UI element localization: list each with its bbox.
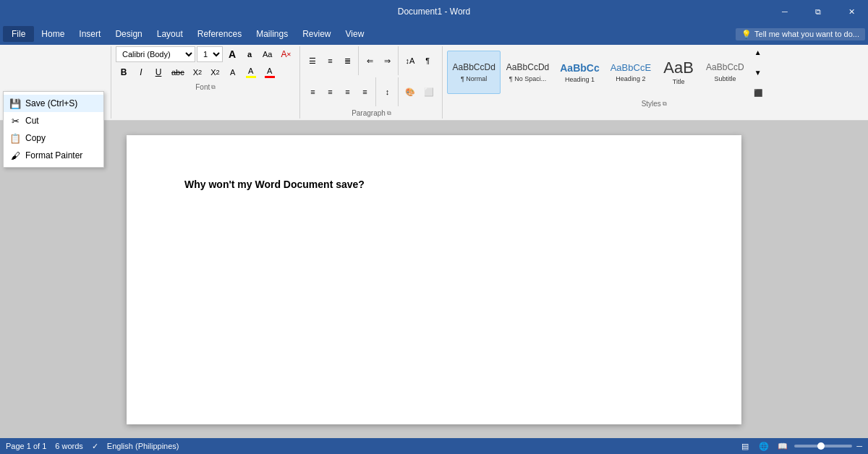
- page-count: 1 of 1: [27, 442, 47, 450]
- divider2: [398, 46, 399, 75]
- font-size-select[interactable]: 11: [197, 46, 223, 62]
- styles-scroll-controls: ▲ ▼ ⬛: [752, 42, 764, 103]
- style-title-preview: AaB: [663, 59, 694, 77]
- menu-view[interactable]: View: [339, 26, 372, 42]
- copy-icon: 📋: [9, 132, 21, 144]
- change-case-button[interactable]: Aa: [259, 46, 276, 62]
- page-label: Page: [6, 442, 25, 450]
- style-heading1[interactable]: AaBbCc Heading 1: [555, 51, 604, 94]
- styles-expander[interactable]: ⧉: [663, 100, 667, 108]
- style-no-spacing[interactable]: AaBbCcDd ¶ No Spaci...: [501, 51, 554, 94]
- document-page[interactable]: Why won't my Word Document save?: [127, 135, 741, 424]
- shading-button[interactable]: 🎨: [401, 84, 419, 100]
- format-painter-item[interactable]: 🖌 Format Painter: [4, 147, 103, 164]
- font-family-select[interactable]: Calibri (Body): [116, 46, 195, 62]
- font-row2: B I U abc X2 X2 A A A: [116, 64, 295, 80]
- numbering-button[interactable]: ≡: [322, 53, 338, 69]
- font-row1: Calibri (Body) 11 A a Aa A✕: [116, 46, 295, 62]
- style-normal[interactable]: AaBbCcDd ¶ Normal: [447, 51, 500, 94]
- minimize-button[interactable]: ─: [768, 0, 801, 23]
- font-shrink-button[interactable]: a: [242, 46, 258, 62]
- search-box[interactable]: 💡 Tell me what you want to do...: [736, 28, 865, 40]
- web-layout-button[interactable]: 🌐: [757, 440, 771, 453]
- underline-button[interactable]: U: [150, 64, 166, 80]
- menu-home[interactable]: Home: [34, 26, 72, 42]
- styles-group: AaBbCcDd ¶ Normal AaBbCcDd ¶ No Spaci...…: [443, 46, 865, 119]
- zoom-minus[interactable]: ─: [856, 442, 862, 450]
- bold-button[interactable]: B: [116, 64, 132, 80]
- copy-label: Copy: [25, 133, 46, 143]
- status-bar: Page 1 of 1 6 words ✓ English (Philippin…: [0, 438, 868, 454]
- ribbon: 💾 Save (Ctrl+S) ✂ Cut 📋 Copy 🖌 Format Pa…: [0, 45, 868, 121]
- text-effects-button[interactable]: A: [225, 64, 241, 80]
- document-container: Why won't my Word Document save?: [0, 121, 868, 438]
- styles-list: AaBbCcDd ¶ Normal AaBbCcDd ¶ No Spaci...…: [447, 51, 749, 94]
- style-heading2-label: Heading 2: [616, 75, 645, 82]
- style-normal-preview: AaBbCcDd: [452, 62, 495, 74]
- styles-scroll-up-button[interactable]: ▲: [752, 42, 764, 62]
- document-paragraph[interactable]: Why won't my Word Document save?: [184, 179, 684, 190]
- font-color-button[interactable]: A: [261, 64, 278, 80]
- title-text: Document1 - Word: [398, 7, 470, 17]
- font-expander[interactable]: ⧉: [211, 84, 216, 91]
- style-heading1-preview: AaBbCc: [560, 61, 599, 74]
- menu-design[interactable]: Design: [108, 26, 149, 42]
- paragraph-expander[interactable]: ⧉: [387, 110, 391, 117]
- spellcheck-icon[interactable]: ✓: [92, 442, 98, 451]
- title-bar: Document1 - Word ─ ⧉ ✕: [0, 0, 868, 23]
- align-right-button[interactable]: ≡: [339, 84, 355, 100]
- style-title[interactable]: AaB Title: [657, 51, 700, 94]
- style-subtitle-preview: AaBbCcD: [706, 62, 744, 74]
- decrease-indent-button[interactable]: ⇐: [362, 53, 378, 69]
- superscript-button[interactable]: X2: [207, 64, 223, 80]
- text-highlight-button[interactable]: A: [242, 64, 260, 80]
- clear-formatting-button[interactable]: A✕: [277, 46, 295, 62]
- justify-button[interactable]: ≡: [357, 84, 373, 100]
- borders-button[interactable]: ⬜: [420, 84, 438, 100]
- styles-scroll-down-button[interactable]: ▼: [752, 62, 764, 82]
- print-layout-button[interactable]: ▤: [738, 440, 752, 453]
- style-heading1-label: Heading 1: [565, 76, 595, 83]
- strikethrough-button[interactable]: abc: [168, 64, 188, 80]
- menu-references[interactable]: References: [190, 26, 249, 42]
- show-marks-button[interactable]: ¶: [420, 53, 435, 69]
- multilevel-button[interactable]: ≣: [339, 53, 355, 69]
- menu-layout[interactable]: Layout: [150, 26, 190, 42]
- increase-indent-button[interactable]: ⇒: [379, 53, 395, 69]
- cut-icon: ✂: [9, 115, 21, 127]
- align-left-button[interactable]: ≡: [305, 84, 320, 100]
- styles-group-label: Styles ⧉: [447, 100, 861, 109]
- window-controls: ─ ⧉ ✕: [768, 0, 868, 23]
- paragraph-row1: ☰ ≡ ≣ ⇐ ⇒ ↕A ¶: [305, 46, 438, 75]
- divider1: [358, 46, 359, 75]
- menu-review[interactable]: Review: [295, 26, 338, 42]
- menu-file[interactable]: File: [3, 26, 34, 42]
- subscript-button[interactable]: X2: [190, 64, 205, 80]
- status-left: Page 1 of 1 6 words ✓ English (Philippin…: [6, 442, 179, 451]
- style-heading2[interactable]: AaBbCcE Heading 2: [605, 51, 656, 94]
- status-right: ▤ 🌐 📖 ─: [738, 440, 862, 453]
- menu-mailings[interactable]: Mailings: [249, 26, 295, 42]
- bullets-button[interactable]: ☰: [305, 53, 320, 69]
- menu-insert[interactable]: Insert: [72, 26, 108, 42]
- cut-item[interactable]: ✂ Cut: [4, 112, 103, 129]
- close-button[interactable]: ✕: [835, 0, 868, 23]
- document-content[interactable]: Why won't my Word Document save?: [184, 179, 684, 190]
- style-subtitle[interactable]: AaBbCcD Subtitle: [701, 51, 749, 94]
- paragraph-group-inner: ☰ ≡ ≣ ⇐ ⇒ ↕A ¶ ≡ ≡ ≡ ≡ ↕ 🎨 ⬜: [305, 46, 438, 108]
- style-no-spacing-preview: AaBbCcDd: [506, 62, 549, 74]
- save-item[interactable]: 💾 Save (Ctrl+S): [4, 95, 103, 112]
- zoom-slider[interactable]: [794, 445, 852, 447]
- copy-item[interactable]: 📋 Copy: [4, 129, 103, 147]
- read-mode-button[interactable]: 📖: [775, 440, 790, 453]
- language[interactable]: English (Philippines): [107, 442, 179, 450]
- format-painter-label: Format Painter: [25, 150, 82, 160]
- align-center-button[interactable]: ≡: [322, 84, 338, 100]
- font-grow-button[interactable]: A: [224, 46, 240, 62]
- paragraph-group: ☰ ≡ ≣ ⇐ ⇒ ↕A ¶ ≡ ≡ ≡ ≡ ↕ 🎨 ⬜: [300, 46, 443, 119]
- restore-button[interactable]: ⧉: [801, 0, 835, 23]
- italic-button[interactable]: I: [133, 64, 149, 80]
- save-icon: 💾: [9, 98, 21, 109]
- line-spacing-button[interactable]: ↕: [379, 84, 395, 100]
- sort-button[interactable]: ↕A: [401, 53, 418, 69]
